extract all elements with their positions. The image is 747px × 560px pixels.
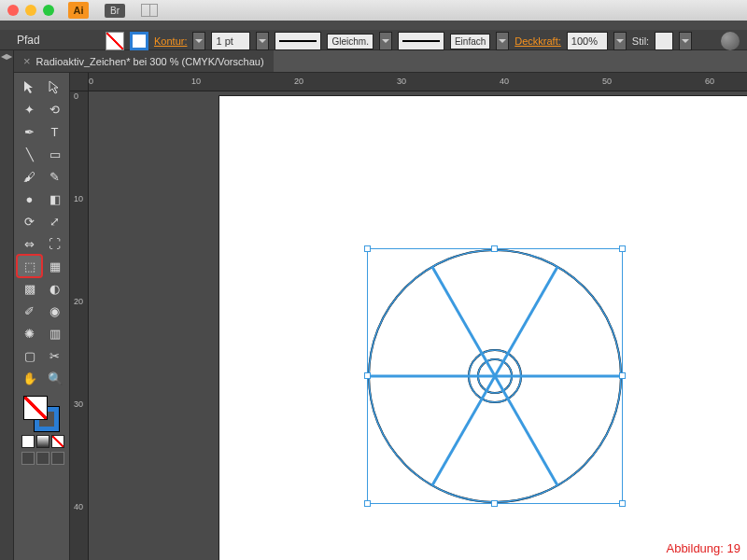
fill-swatch[interactable]	[106, 32, 124, 50]
figure-caption: Abbildung: 19	[666, 541, 740, 555]
app-badge: Ai	[68, 2, 89, 19]
handle-ne[interactable]	[619, 245, 626, 252]
zoom-window-button[interactable]	[43, 5, 54, 16]
document-tabs: × Radioaktiv_Zeichen* bei 300 % (CMYK/Vo…	[14, 50, 747, 73]
direct-selection-tool[interactable]	[43, 77, 66, 97]
handle-n[interactable]	[491, 245, 498, 252]
type-tool[interactable]: T	[43, 121, 66, 142]
ruler-vertical[interactable]: 0 10 20 30 40	[70, 91, 89, 560]
handle-s[interactable]	[491, 500, 498, 507]
width-tool[interactable]: ⇔	[18, 233, 41, 254]
stroke-swatch[interactable]	[130, 32, 148, 50]
artboard: Abbildung: 19	[219, 96, 747, 560]
handle-nw[interactable]	[364, 245, 371, 252]
stroke-cap-label: Gleichm.	[327, 34, 373, 49]
blend-tool[interactable]: ◉	[43, 301, 66, 321]
slice-tool[interactable]: ✂	[43, 345, 66, 366]
tools-panel: ✦ ⟲ ✒ T ╲ ▭ 🖌 ✎ ● ◧ ⟳ ⤢ ⇔ ⛶ ⬚ ▦ ▩ ◐ ✐ ◉ …	[14, 73, 70, 560]
document-tab-active[interactable]: × Radioaktiv_Zeichen* bei 300 % (CMYK/Vo…	[14, 50, 274, 72]
line-tool[interactable]: ╲	[18, 144, 41, 164]
ruler-origin[interactable]	[70, 73, 89, 91]
mesh-tool[interactable]: ▩	[18, 278, 41, 299]
shape-builder-tool[interactable]: ⬚	[18, 256, 41, 276]
brush-dropdown[interactable]	[496, 32, 509, 50]
color-mode-none[interactable]	[51, 435, 64, 448]
selection-bounding-box[interactable]	[367, 248, 623, 504]
handle-e[interactable]	[619, 372, 626, 379]
stroke-profile-preview	[275, 32, 321, 50]
draw-inside[interactable]	[51, 452, 64, 465]
stroke-weight-stepper[interactable]	[192, 32, 205, 50]
graphic-style-dropdown[interactable]	[679, 32, 692, 50]
pen-tool[interactable]: ✒	[18, 121, 41, 142]
free-transform-tool[interactable]: ⛶	[43, 233, 66, 254]
close-tab-icon[interactable]: ×	[23, 54, 31, 68]
control-bar: Kontur: 1 pt Gleichm. Einfach Deckkraft:…	[98, 31, 747, 51]
draw-normal[interactable]	[21, 452, 35, 465]
document-tab-title: Radioaktiv_Zeichen* bei 300 % (CMYK/Vors…	[36, 56, 264, 67]
color-mode-solid[interactable]	[21, 435, 35, 448]
window-titlebar: Ai Br	[0, 0, 747, 21]
stroke-weight-dropdown[interactable]	[256, 32, 269, 50]
handle-sw[interactable]	[364, 500, 371, 507]
gradient-tool[interactable]: ◐	[43, 278, 66, 299]
scale-tool[interactable]: ⤢	[43, 211, 66, 231]
opacity-dropdown[interactable]	[613, 32, 627, 50]
magic-wand-tool[interactable]: ✦	[18, 99, 41, 119]
canvas[interactable]: Abbildung: 19	[89, 91, 747, 560]
blob-brush-tool[interactable]: ●	[18, 189, 41, 209]
selection-tool[interactable]	[18, 77, 41, 97]
main-area: × Radioaktiv_Zeichen* bei 300 % (CMYK/Vo…	[14, 50, 747, 560]
color-mode-row	[21, 435, 65, 448]
opacity-label[interactable]: Deckkraft:	[514, 35, 561, 47]
brush-label: Einfach	[450, 34, 490, 49]
draw-behind[interactable]	[36, 452, 49, 465]
style-label: Stil:	[632, 35, 649, 47]
fill-indicator[interactable]	[23, 396, 48, 420]
stroke-label[interactable]: Kontur:	[154, 35, 187, 47]
panel-collapse-strip[interactable]: ◀▶	[0, 50, 14, 560]
bridge-button[interactable]: Br	[105, 4, 125, 18]
rectangle-tool[interactable]: ▭	[43, 144, 66, 164]
symbol-sprayer-tool[interactable]: ✺	[18, 323, 41, 343]
minimize-window-button[interactable]	[25, 5, 36, 16]
lasso-tool[interactable]: ⟲	[43, 99, 66, 119]
handle-se[interactable]	[619, 500, 626, 507]
document-setup-button[interactable]	[721, 32, 740, 50]
eraser-tool[interactable]: ◧	[43, 189, 66, 209]
artboard-tool[interactable]: ▢	[18, 345, 41, 366]
opacity-input[interactable]: 100%	[567, 32, 608, 50]
graphic-style-swatch[interactable]	[655, 32, 673, 50]
ruler-horizontal[interactable]: 0 10 20 30 40 50 60	[89, 73, 747, 91]
handle-w[interactable]	[364, 372, 371, 379]
pencil-tool[interactable]: ✎	[43, 166, 66, 187]
eyedropper-tool[interactable]: ✐	[18, 301, 41, 321]
close-window-button[interactable]	[7, 5, 19, 16]
rotate-tool[interactable]: ⟳	[18, 211, 41, 231]
column-graph-tool[interactable]: ▥	[43, 323, 66, 343]
brush-preview	[398, 32, 444, 50]
screen-mode-row	[21, 452, 65, 465]
stroke-cap-dropdown[interactable]	[379, 32, 392, 50]
color-mode-gradient[interactable]	[36, 435, 49, 448]
selection-type-label: Pfad	[17, 34, 40, 47]
arrange-documents-button[interactable]	[141, 4, 158, 17]
hand-tool[interactable]: ✋	[18, 368, 41, 388]
stroke-weight-input[interactable]: 1 pt	[211, 32, 250, 50]
fill-stroke-indicator[interactable]	[23, 396, 59, 431]
paintbrush-tool[interactable]: 🖌	[18, 166, 41, 187]
workspace: 0 10 20 30 40 50 60 0 10 20 30 40	[70, 73, 747, 560]
zoom-tool[interactable]: 🔍	[43, 368, 66, 388]
perspective-grid-tool[interactable]: ▦	[43, 256, 66, 276]
